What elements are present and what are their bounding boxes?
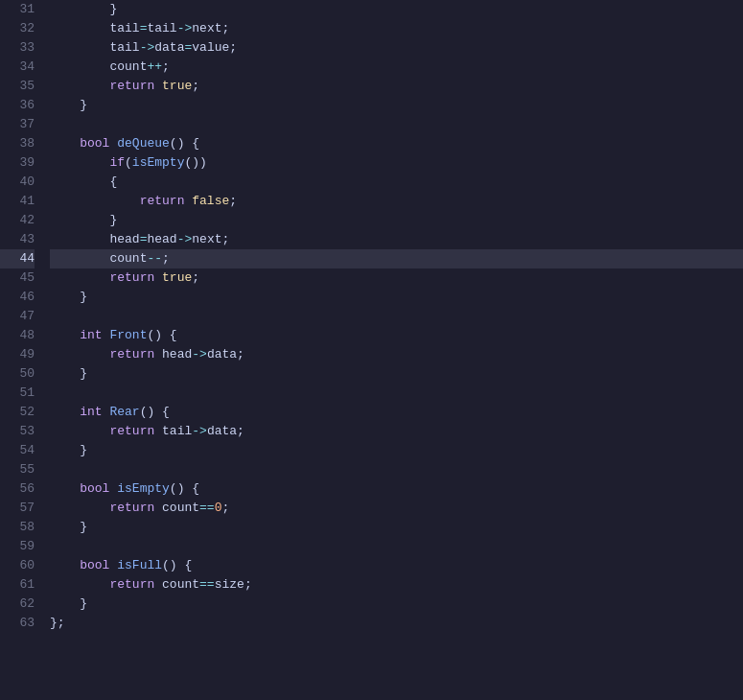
code-line: int Rear() { <box>50 403 743 422</box>
token: ; <box>244 577 252 592</box>
token <box>154 347 162 362</box>
line-number: 38 <box>0 134 35 153</box>
token: data <box>207 424 237 438</box>
token <box>154 79 162 93</box>
token <box>50 481 80 496</box>
token: ; <box>222 21 230 35</box>
token: int <box>80 328 102 342</box>
line-number: 31 <box>0 0 35 19</box>
token: tail <box>109 40 139 55</box>
code-line: tail=tail->next; <box>50 19 743 38</box>
line-number: 47 <box>0 307 35 326</box>
token: -> <box>177 21 193 35</box>
code-line <box>50 384 743 403</box>
code-line: count--; <box>50 249 743 268</box>
line-number: 42 <box>0 211 35 230</box>
line-number: 40 <box>0 173 35 192</box>
line-number: 39 <box>0 153 35 173</box>
token: -> <box>177 232 193 246</box>
token <box>50 21 109 35</box>
token: Front <box>109 328 147 342</box>
line-number: 49 <box>0 345 35 364</box>
token: true <box>162 270 192 285</box>
token: count <box>109 59 147 74</box>
line-number: 58 <box>0 518 35 537</box>
line-number: 57 <box>0 499 35 518</box>
line-number: 37 <box>0 115 35 134</box>
token: () { <box>170 481 199 496</box>
token: int <box>80 405 102 419</box>
code-line: return tail->data; <box>50 422 743 441</box>
token: ; <box>162 59 170 74</box>
code-line: } <box>50 0 743 19</box>
code-area[interactable]: 3132333435363738394041424344454647484950… <box>0 0 743 700</box>
token: bool <box>80 481 109 496</box>
code-line <box>50 537 743 556</box>
code-line: } <box>50 518 743 537</box>
token: ; <box>229 40 237 55</box>
token: return <box>109 347 154 362</box>
token <box>50 194 140 208</box>
token <box>154 577 162 592</box>
code-editor: 3132333435363738394041424344454647484950… <box>0 0 743 700</box>
code-line: head=head->next; <box>50 230 743 249</box>
token <box>50 136 80 151</box>
code-line: }; <box>50 614 743 633</box>
token: return <box>140 194 185 208</box>
token: return <box>109 79 154 93</box>
code-line: bool isFull() { <box>50 556 743 575</box>
token: isEmpty <box>117 481 170 496</box>
token: ++ <box>147 59 162 74</box>
line-number: 54 <box>0 441 35 460</box>
token: tail <box>109 21 139 35</box>
token: () { <box>147 328 176 342</box>
token: } <box>50 290 87 304</box>
line-number: 35 <box>0 77 35 96</box>
token: () { <box>170 136 199 151</box>
token <box>154 270 162 285</box>
token: return <box>109 501 154 515</box>
token: count <box>162 501 199 515</box>
token: }; <box>50 616 65 630</box>
token: } <box>50 2 117 16</box>
token: -- <box>147 251 162 266</box>
token <box>50 251 109 266</box>
code-line: return count==size; <box>50 575 743 595</box>
token: data <box>154 40 184 55</box>
code-line: } <box>50 364 743 384</box>
line-number: 44 <box>0 249 35 268</box>
token: head <box>109 232 139 246</box>
code-lines: } tail=tail->next; tail->data=value; cou… <box>46 0 743 700</box>
token: } <box>50 596 87 611</box>
token: ; <box>192 79 199 93</box>
token: ; <box>237 347 244 362</box>
token: Rear <box>109 405 139 419</box>
token: ; <box>162 251 170 266</box>
token: == <box>199 501 215 515</box>
line-number: 36 <box>0 96 35 115</box>
line-number: 53 <box>0 422 35 441</box>
token: ( <box>125 155 132 170</box>
token <box>50 155 109 170</box>
code-line: return false; <box>50 192 743 211</box>
token: return <box>109 270 154 285</box>
token: bool <box>80 136 109 151</box>
token <box>50 232 109 246</box>
code-line: } <box>50 96 743 115</box>
line-number: 56 <box>0 479 35 499</box>
token: return <box>109 577 154 592</box>
line-number: 46 <box>0 288 35 307</box>
code-line: { <box>50 173 743 192</box>
token: count <box>109 251 147 266</box>
token <box>50 40 109 55</box>
token <box>50 59 109 74</box>
token: } <box>50 520 87 534</box>
line-number: 60 <box>0 556 35 575</box>
line-number: 32 <box>0 19 35 38</box>
token <box>50 501 109 515</box>
token: isEmpty <box>132 155 185 170</box>
line-number: 51 <box>0 384 35 403</box>
token: value <box>192 40 229 55</box>
code-line: return true; <box>50 268 743 288</box>
token: count <box>162 577 199 592</box>
